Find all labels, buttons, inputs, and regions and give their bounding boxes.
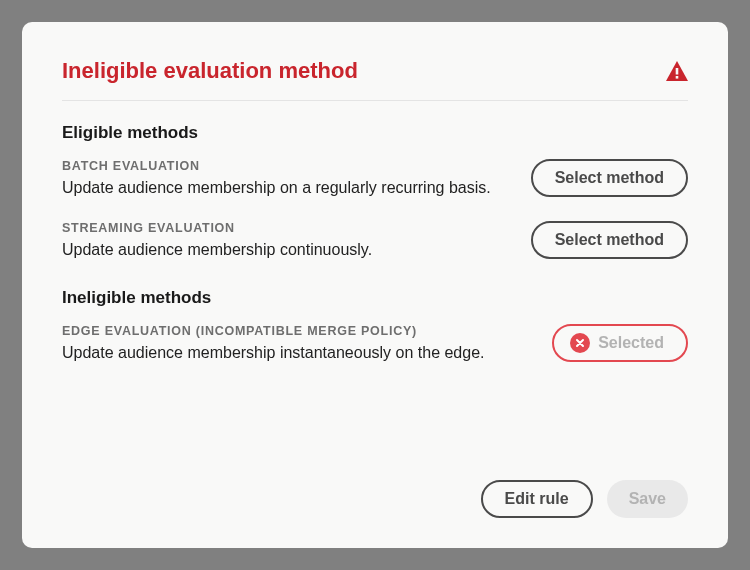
method-row-batch: BATCH EVALUATION Update audience members…: [62, 159, 688, 199]
dialog-header: Ineligible evaluation method: [62, 58, 688, 101]
method-text: BATCH EVALUATION Update audience members…: [62, 159, 492, 199]
method-description: Update audience membership on a regularl…: [62, 177, 492, 199]
dialog-footer: Edit rule Save: [62, 460, 688, 518]
selected-label: Selected: [598, 334, 664, 352]
warning-icon: [666, 61, 688, 81]
method-text: EDGE EVALUATION (INCOMPATIBLE MERGE POLI…: [62, 324, 492, 364]
save-button: Save: [607, 480, 688, 518]
selected-method-button-edge[interactable]: Selected: [552, 324, 688, 362]
method-text: STREAMING EVALUATION Update audience mem…: [62, 221, 492, 261]
method-label: STREAMING EVALUATION: [62, 221, 492, 235]
method-description: Update audience membership instantaneous…: [62, 342, 492, 364]
method-row-edge: EDGE EVALUATION (INCOMPATIBLE MERGE POLI…: [62, 324, 688, 364]
eligible-methods-heading: Eligible methods: [62, 123, 688, 143]
svg-rect-1: [676, 76, 679, 79]
method-row-streaming: STREAMING EVALUATION Update audience mem…: [62, 221, 688, 261]
select-method-button-batch[interactable]: Select method: [531, 159, 688, 197]
method-label: BATCH EVALUATION: [62, 159, 492, 173]
ineligible-methods-heading: Ineligible methods: [62, 288, 688, 308]
edit-rule-button[interactable]: Edit rule: [481, 480, 593, 518]
method-label: EDGE EVALUATION (INCOMPATIBLE MERGE POLI…: [62, 324, 492, 338]
evaluation-method-dialog: Ineligible evaluation method Eligible me…: [22, 22, 728, 548]
select-method-button-streaming[interactable]: Select method: [531, 221, 688, 259]
svg-rect-0: [676, 68, 679, 75]
error-icon: [570, 333, 590, 353]
dialog-title: Ineligible evaluation method: [62, 58, 358, 84]
method-description: Update audience membership continuously.: [62, 239, 492, 261]
